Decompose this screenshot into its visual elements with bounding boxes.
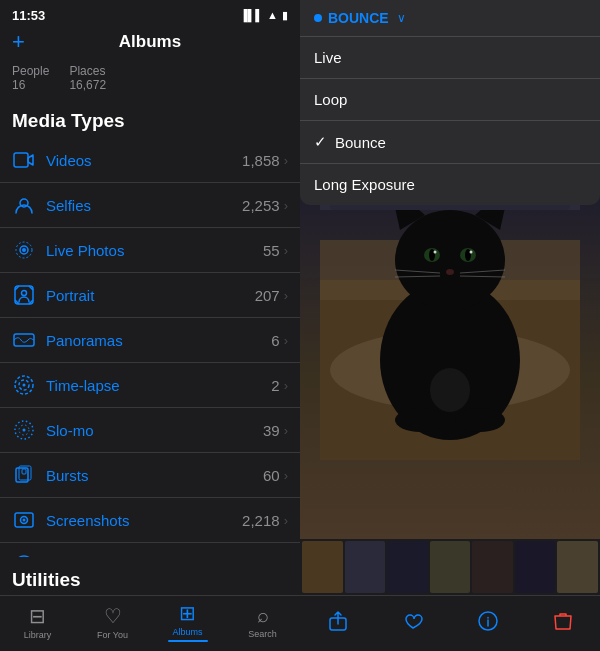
delete-button[interactable] — [552, 610, 574, 637]
thumbnail-5[interactable] — [472, 541, 513, 593]
media-item-panoramas[interactable]: Panoramas 6 › — [0, 318, 300, 363]
dropdown-item-long-exposure[interactable]: Long Exposure — [300, 164, 600, 205]
people-item[interactable]: People 16 — [12, 64, 49, 92]
svg-point-35 — [434, 250, 437, 253]
panoramas-chevron: › — [284, 333, 288, 348]
places-item[interactable]: Places 16,672 — [69, 64, 106, 92]
selfies-count: 2,253 — [242, 197, 280, 214]
selfies-icon — [12, 193, 36, 217]
tab-albums[interactable]: ⊞ Albums — [158, 601, 218, 642]
search-tab-icon: ⌕ — [257, 604, 269, 627]
panoramas-count: 6 — [271, 332, 279, 349]
battery-icon: ▮ — [282, 9, 288, 22]
dropdown-item-live[interactable]: Live — [300, 37, 600, 79]
status-time: 11:53 — [12, 8, 45, 23]
media-list: Videos 1,858 › Selfies 2,253 › — [0, 138, 300, 557]
people-count: 16 — [12, 78, 49, 92]
thumbnail-strip — [300, 539, 600, 595]
screenshots-icon — [12, 508, 36, 532]
info-button[interactable] — [477, 610, 499, 637]
right-panel: BOUNCE ∨ Live Loop ✓ Bounce Long Exposur… — [300, 0, 600, 651]
svg-point-37 — [446, 269, 454, 275]
svg-point-4 — [22, 248, 26, 252]
live-photos-label: Live Photos — [46, 242, 263, 259]
svg-point-13 — [23, 429, 26, 432]
svg-point-36 — [470, 250, 473, 253]
videos-count: 1,858 — [242, 152, 280, 169]
utilities-section: Utilities — [0, 557, 300, 595]
selfies-label: Selfies — [46, 197, 242, 214]
tab-for-you[interactable]: ♡ For You — [83, 604, 143, 640]
slo-mo-icon — [12, 418, 36, 442]
share-button[interactable] — [327, 610, 349, 637]
videos-icon — [12, 148, 36, 172]
dropdown-item-loop[interactable]: Loop — [300, 79, 600, 121]
favorite-button[interactable] — [402, 610, 424, 637]
bursts-count: 60 — [263, 467, 280, 484]
svg-point-28 — [395, 210, 505, 310]
thumbnail-3[interactable] — [387, 541, 428, 593]
bounce-dropdown-header[interactable]: BOUNCE ∨ — [300, 0, 600, 37]
bounce-title: BOUNCE — [328, 10, 389, 26]
library-tab-icon: ⊟ — [29, 604, 46, 628]
media-item-time-lapse[interactable]: Time-lapse 2 › — [0, 363, 300, 408]
svg-point-19 — [23, 519, 26, 522]
videos-label: Videos — [46, 152, 242, 169]
screenshots-label: Screenshots — [46, 512, 242, 529]
panoramas-icon — [12, 328, 36, 352]
bounce-chevron-icon: ∨ — [397, 11, 406, 25]
svg-point-42 — [395, 408, 445, 432]
photo-toolbar — [300, 595, 600, 651]
portrait-icon — [12, 283, 36, 307]
bursts-icon — [12, 463, 36, 487]
people-places: People 16 Places 16,672 — [0, 60, 300, 102]
live-photos-count: 55 — [263, 242, 280, 259]
media-item-selfies[interactable]: Selfies 2,253 › — [0, 183, 300, 228]
bursts-chevron: › — [284, 468, 288, 483]
media-item-live-photos[interactable]: Live Photos 55 › — [0, 228, 300, 273]
selfies-chevron: › — [284, 198, 288, 213]
tab-search[interactable]: ⌕ Search — [233, 604, 293, 639]
dropdown-bounce-label: Bounce — [335, 134, 586, 151]
svg-rect-7 — [14, 334, 34, 346]
media-item-videos[interactable]: Videos 1,858 › — [0, 138, 300, 183]
tab-bar: ⊟ Library ♡ For You ⊞ Albums ⌕ Search — [0, 595, 300, 651]
svg-point-43 — [455, 408, 505, 432]
media-item-screen-recordings[interactable]: Screen Recordings 10 › — [0, 543, 300, 557]
portrait-chevron: › — [284, 288, 288, 303]
svg-rect-16 — [22, 469, 26, 474]
albums-tab-label: Albums — [172, 627, 202, 637]
library-tab-label: Library — [24, 630, 52, 640]
portrait-label: Portrait — [46, 287, 255, 304]
panoramas-label: Panoramas — [46, 332, 271, 349]
media-item-slo-mo[interactable]: Slo-mo 39 › — [0, 408, 300, 453]
tab-library[interactable]: ⊟ Library — [8, 604, 68, 640]
thumbnail-7[interactable] — [557, 541, 598, 593]
media-types-header: Media Types — [0, 102, 300, 138]
media-item-screenshots[interactable]: Screenshots 2,218 › — [0, 498, 300, 543]
dropdown-long-exposure-label: Long Exposure — [314, 176, 586, 193]
thumbnail-1[interactable] — [302, 541, 343, 593]
utilities-title: Utilities — [12, 569, 288, 591]
dropdown-item-bounce[interactable]: ✓ Bounce — [300, 121, 600, 164]
for-you-tab-icon: ♡ — [104, 604, 122, 628]
time-lapse-chevron: › — [284, 378, 288, 393]
thumbnail-2[interactable] — [345, 541, 386, 593]
thumbnail-4[interactable] — [430, 541, 471, 593]
thumbnail-6[interactable] — [515, 541, 556, 593]
status-icons: ▐▌▌ ▲ ▮ — [240, 9, 288, 22]
media-item-bursts[interactable]: Bursts 60 › — [0, 453, 300, 498]
albums-tab-icon: ⊞ — [179, 601, 196, 625]
portrait-count: 207 — [255, 287, 280, 304]
time-lapse-label: Time-lapse — [46, 377, 271, 394]
for-you-tab-label: For You — [97, 630, 128, 640]
albums-title: Albums — [119, 32, 181, 52]
search-tab-label: Search — [248, 629, 277, 639]
slo-mo-label: Slo-mo — [46, 422, 263, 439]
albums-header: + Albums — [0, 28, 300, 60]
people-label: People — [12, 64, 49, 78]
svg-rect-0 — [14, 153, 28, 167]
media-item-portrait[interactable]: Portrait 207 › — [0, 273, 300, 318]
bounce-dropdown: BOUNCE ∨ Live Loop ✓ Bounce Long Exposur… — [300, 0, 600, 205]
add-button[interactable]: + — [12, 29, 25, 55]
